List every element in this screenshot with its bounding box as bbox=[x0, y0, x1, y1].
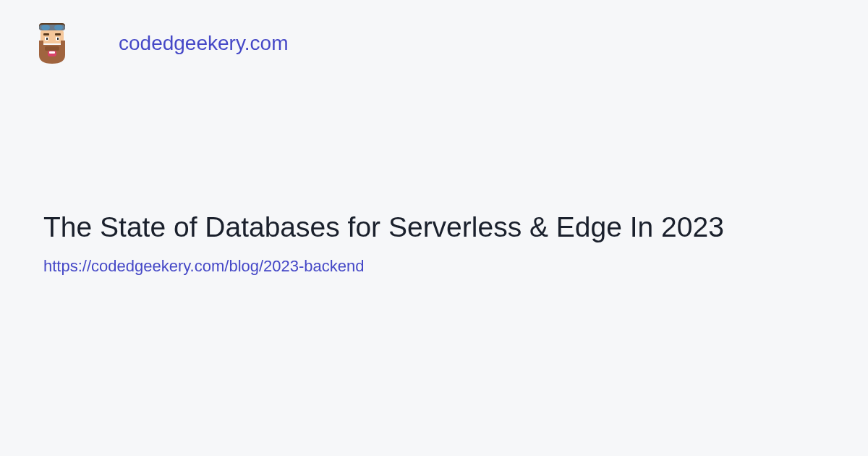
svg-rect-5 bbox=[43, 33, 49, 35]
svg-rect-6 bbox=[55, 33, 61, 35]
header: codedgeekery.com bbox=[29, 20, 289, 67]
page-title: The State of Databases for Serverless & … bbox=[43, 210, 825, 245]
svg-rect-12 bbox=[49, 51, 55, 54]
svg-point-3 bbox=[54, 25, 63, 30]
site-name: codedgeekery.com bbox=[119, 32, 289, 55]
svg-rect-13 bbox=[45, 46, 59, 51]
svg-rect-4 bbox=[41, 30, 64, 43]
svg-rect-9 bbox=[46, 38, 48, 40]
svg-rect-10 bbox=[57, 38, 59, 40]
avatar bbox=[29, 20, 75, 67]
content: The State of Databases for Serverless & … bbox=[43, 210, 825, 276]
page-url: https://codedgeekery.com/blog/2023-backe… bbox=[43, 257, 825, 276]
svg-point-2 bbox=[41, 25, 50, 30]
